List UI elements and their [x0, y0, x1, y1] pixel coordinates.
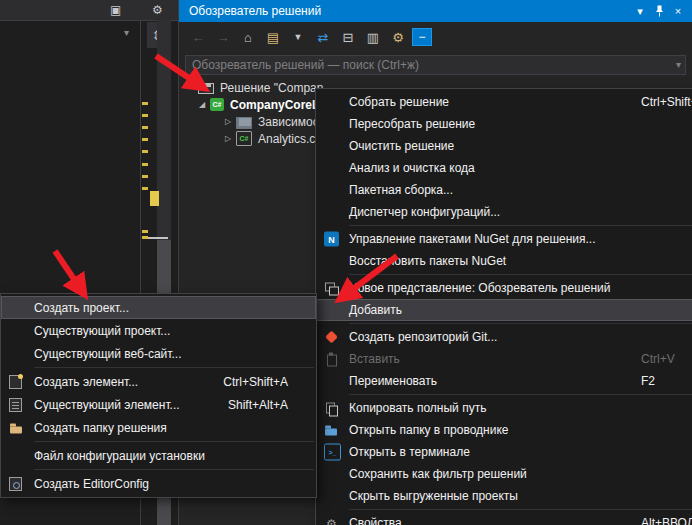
menu-item-existing-item[interactable]: Существующий элемент... Shift+Alt+A — [1, 393, 316, 416]
menu-item-shortcut: Alt+ВВОД — [641, 516, 692, 525]
menu-item-analyze-and-code-cleanup[interactable]: Анализ и очистка кода — [316, 157, 692, 179]
paste-icon — [324, 352, 339, 367]
menu-item-shortcut: Ctrl+V — [641, 352, 675, 366]
change-mark — [142, 150, 148, 153]
visual-studio-window: ▣ ⚙ ▾ ⇕ Обозреватель решений ▾ × ← — [0, 0, 692, 525]
menu-item-label: Существующий элемент... — [34, 398, 180, 412]
menu-item-label: Восстановить пакеты NuGet — [349, 254, 506, 268]
menu-item-label: Открыть папку в проводнике — [349, 423, 508, 437]
menu-item-label: Очистить решение — [349, 139, 454, 153]
menu-item-label: Пересобрать решение — [349, 117, 475, 131]
wrench-icon: ⚙ — [324, 516, 339, 525]
filter-dropdown-icon[interactable]: ▼ — [287, 27, 309, 47]
change-mark — [142, 187, 148, 190]
new-view-icon — [324, 281, 339, 296]
menu-item-paste[interactable]: Вставить Ctrl+V — [316, 348, 692, 370]
menu-item-label: Файл конфигурации установки — [34, 449, 205, 463]
menu-item-shortcut: Shift+Alt+A — [228, 398, 288, 412]
menu-item-create-git-repository[interactable]: Создать репозиторий Git... — [316, 326, 692, 348]
menu-item-label: Открыть в терминале — [349, 445, 470, 459]
search-box: ▾ — [185, 55, 686, 75]
nuget-icon: N — [324, 232, 339, 247]
menu-separator — [349, 225, 692, 226]
menu-item-label: Управление пакетами NuGet для решения... — [349, 232, 596, 246]
menu-item-label: Пакетная сборка... — [349, 183, 453, 197]
sync-with-active-document-icon[interactable]: ⇄ — [312, 27, 334, 47]
new-folder-icon — [9, 420, 24, 435]
home-icon[interactable]: ⌂ — [237, 27, 259, 47]
menu-item-properties[interactable]: ⚙ Свойства Alt+ВВОД — [316, 512, 692, 525]
menu-item-hide-unloaded-projects[interactable]: Скрыть выгруженные проекты — [316, 485, 692, 507]
menu-item-build-solution[interactable]: Собрать решение Ctrl+Shift+B — [316, 91, 692, 113]
menu-separator — [349, 323, 692, 324]
tree-item-label: Решение "Compan — [220, 81, 323, 95]
chevron-expanded-icon[interactable]: ◢ — [196, 100, 208, 109]
pin-icon[interactable] — [651, 3, 667, 19]
menu-item-copy-full-path[interactable]: Копировать полный путь — [316, 397, 692, 419]
menu-item-new-project[interactable]: Создать проект... — [1, 296, 316, 319]
pending-changes-filter-icon[interactable]: ▤ — [262, 27, 284, 47]
dependencies-icon — [236, 117, 252, 129]
menu-item-restore-nuget-packages[interactable]: Восстановить пакеты NuGet — [316, 250, 692, 272]
change-mark — [142, 236, 148, 239]
menu-item-rebuild-solution[interactable]: Пересобрать решение — [316, 113, 692, 135]
menu-item-clean-solution[interactable]: Очистить решение — [316, 135, 692, 157]
menu-separator — [34, 367, 314, 368]
menu-item-rename[interactable]: Переименовать F2 — [316, 370, 692, 392]
menu-item-configuration-manager[interactable]: Диспетчер конфигураций... — [316, 201, 692, 223]
properties-icon[interactable]: ⚙ — [387, 27, 409, 47]
menu-item-new-editorconfig[interactable]: Создать EditorConfig — [1, 472, 316, 495]
git-icon — [324, 330, 339, 345]
menu-item-batch-build[interactable]: Пакетная сборка... — [316, 179, 692, 201]
menu-item-add[interactable]: Добавить — [316, 299, 692, 321]
folder-icon — [324, 423, 339, 438]
menu-item-installer-configuration-file[interactable]: Файл конфигурации установки — [1, 444, 316, 467]
menu-separator — [34, 441, 314, 442]
collapse-all-icon[interactable]: ⊟ — [337, 27, 359, 47]
chevron-collapsed-icon[interactable]: ▷ — [222, 134, 234, 143]
scrollbar-track[interactable] — [157, 20, 171, 240]
terminal-icon: >_ — [324, 444, 341, 461]
menu-item-new-solution-folder[interactable]: Создать папку решения — [1, 416, 316, 439]
menu-item-existing-web-site[interactable]: Существующий веб-сайт... — [1, 342, 316, 365]
close-icon[interactable]: × — [670, 3, 686, 19]
menu-item-label: Сохранить как фильтр решений — [349, 467, 527, 481]
chevron-down-icon[interactable]: ▾ — [632, 3, 648, 19]
menu-item-label: Создать элемент... — [34, 375, 138, 389]
preview-selected-items-icon[interactable]: − — [412, 28, 432, 46]
back-icon[interactable]: ← — [187, 27, 209, 47]
menu-item-label: Создать репозиторий Git... — [349, 330, 497, 344]
menu-item-manage-nuget-packages[interactable]: N Управление пакетами NuGet для решения.… — [316, 228, 692, 250]
new-item-icon — [9, 375, 22, 389]
existing-item-icon — [9, 398, 22, 412]
chevron-down-icon[interactable]: ▾ — [676, 59, 681, 70]
solution-context-menu: Собрать решение Ctrl+Shift+B Пересобрать… — [315, 88, 692, 525]
chevron-collapsed-icon[interactable]: ▷ — [222, 117, 234, 126]
gear-icon[interactable]: ⚙ — [152, 2, 163, 18]
menu-separator — [349, 274, 692, 275]
menu-item-open-folder-in-explorer[interactable]: Открыть папку в проводнике — [316, 419, 692, 441]
chevron-down-icon[interactable]: ▾ — [124, 27, 129, 38]
search-input[interactable] — [185, 55, 686, 75]
menu-item-new-solution-explorer-view[interactable]: Новое представление: Обозреватель решени… — [316, 277, 692, 299]
menu-item-shortcut: Ctrl+Shift+B — [641, 95, 692, 109]
menu-item-open-in-terminal[interactable]: >_ Открыть в терминале — [316, 441, 692, 463]
menu-item-existing-project[interactable]: Существующий проект... — [1, 319, 316, 342]
change-mark — [150, 191, 159, 206]
menu-separator — [349, 509, 692, 510]
menu-item-save-as-solution-filter[interactable]: Сохранить как фильтр решений — [316, 463, 692, 485]
menu-item-label: Переименовать — [349, 374, 437, 388]
properties-window-icon[interactable]: ▣ — [110, 2, 121, 18]
solution-explorer-header[interactable]: Обозреватель решений ▾ × — [179, 0, 692, 22]
show-all-files-icon[interactable]: ▥ — [362, 27, 384, 47]
panel-title: Обозреватель решений — [189, 4, 321, 18]
tree-item-label: CompanyCoreL — [230, 98, 319, 112]
menu-item-label: Свойства — [349, 516, 402, 525]
forward-icon[interactable]: → — [212, 27, 234, 47]
csharp-file-icon: C# — [236, 131, 252, 146]
menu-item-label: Копировать полный путь — [349, 401, 486, 415]
tree-item-label: Analytics.cs — [258, 132, 321, 146]
menu-item-label: Существующий проект... — [34, 324, 170, 338]
menu-item-new-item[interactable]: Создать элемент... Ctrl+Shift+A — [1, 370, 316, 393]
menu-item-label: Вставить — [349, 352, 400, 366]
